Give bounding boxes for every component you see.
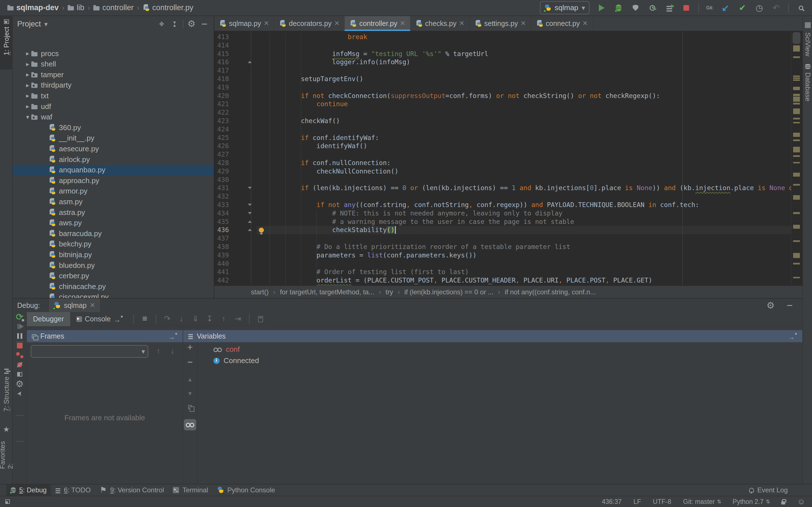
evaluate-expression-button[interactable]	[256, 314, 265, 324]
code-line[interactable]: 428if conf.nullConnection:	[214, 159, 790, 168]
code-line[interactable]: 435# a warning message to the user in ca…	[214, 218, 790, 226]
code-line[interactable]: 413break	[214, 33, 790, 42]
breadcrumb-item[interactable]: controller.py	[143, 3, 193, 12]
toolwindow-button-6-todo[interactable]: 6: TODO	[51, 485, 95, 496]
debug-settings-button[interactable]	[13, 379, 22, 389]
hide-debug-panel-button[interactable]	[785, 300, 795, 310]
toolwindow-switcher-button[interactable]	[3, 497, 12, 506]
fold-collapsed-icon[interactable]	[248, 61, 252, 63]
toolwindow-button-2-favorites[interactable]: 2: Favorites	[0, 421, 13, 472]
encoding-widget[interactable]: UTF-8	[653, 498, 671, 506]
tree-row[interactable]: ciscoacexml.py	[13, 292, 214, 298]
tree-row[interactable]: asm.py	[13, 196, 214, 207]
tree-row[interactable]: bluedon.py	[13, 260, 214, 271]
tree-row[interactable]: bitninja.py	[13, 249, 214, 260]
tree-row[interactable]: aesecure.py	[13, 144, 214, 154]
close-icon[interactable]	[335, 19, 340, 27]
stop-button[interactable]	[681, 3, 691, 13]
close-icon[interactable]	[459, 19, 464, 27]
chevron-right-icon[interactable]: ▸	[24, 103, 31, 110]
code-line[interactable]: 418setupTargetEnv()	[214, 75, 790, 83]
project-view-selector[interactable]: Project	[17, 20, 41, 29]
pin-right-icon[interactable]	[788, 333, 797, 340]
breadcrumb-item[interactable]: sqlmap-dev	[7, 3, 59, 12]
tree-row[interactable]: __init__.py	[13, 133, 214, 144]
chevron-down-icon[interactable]: ▾	[24, 114, 31, 121]
frame-down-button[interactable]: ↓	[170, 346, 174, 355]
step-over-button[interactable]	[163, 314, 172, 324]
pin-button[interactable]	[13, 389, 22, 398]
editor-breadcrumb-item[interactable]: start()	[251, 288, 269, 296]
caret-icon[interactable]	[44, 20, 48, 29]
variable-row[interactable]: conf	[213, 345, 240, 354]
code-line[interactable]: 433if not any((conf.string, conf.notStri…	[214, 201, 790, 210]
code-line[interactable]: 440	[214, 260, 790, 269]
code-line[interactable]: 416logger.info(infoMsg)	[214, 58, 790, 67]
debug-session-tab[interactable]: sqlmap	[49, 298, 100, 312]
code-line[interactable]: 421continue	[214, 100, 790, 109]
code-line[interactable]: 438# Do a little prioritization reorder …	[214, 243, 790, 251]
chevron-right-icon[interactable]: ▸	[24, 71, 31, 78]
chevron-right-icon[interactable]: ▸	[24, 50, 31, 57]
toolwindow-button-7-structure[interactable]: 7: Structure	[0, 365, 13, 416]
code-line[interactable]: 423checkWaf()	[214, 117, 790, 126]
show-execution-point-button[interactable]	[140, 314, 150, 324]
fold-collapsed-icon[interactable]	[248, 221, 252, 223]
profiler-button[interactable]	[648, 3, 657, 13]
frame-up-button[interactable]: ↑	[156, 346, 160, 355]
tree-row[interactable]: ▸procs	[13, 48, 214, 59]
caret-position-widget[interactable]: 436:37	[602, 498, 621, 506]
mute-breakpoints-button[interactable]	[13, 360, 22, 370]
history-button[interactable]	[755, 3, 764, 13]
tree-row[interactable]: anquanbao.py	[13, 165, 214, 175]
rollback-button[interactable]	[771, 3, 781, 13]
tree-row[interactable]: chinacache.py	[13, 281, 214, 292]
close-icon[interactable]	[264, 19, 269, 27]
restore-layout-button[interactable]	[13, 370, 22, 379]
code-line[interactable]: 417	[214, 67, 790, 75]
project-settings-button[interactable]	[187, 19, 196, 29]
line-ending-widget[interactable]: LF	[633, 498, 641, 506]
code-line[interactable]: 427	[214, 151, 790, 159]
code-area[interactable]: 413break414415infoMsg = "testing URL '%s…	[214, 31, 802, 286]
toolwindow-button-5-debug[interactable]: 5: Debug	[6, 485, 51, 496]
hide-panel-button[interactable]	[200, 19, 209, 29]
locate-file-button[interactable]	[157, 19, 166, 29]
editor-breadcrumb-item[interactable]: if not any((conf.string, conf.n...	[505, 288, 596, 296]
tree-row[interactable]: astra.py	[13, 207, 214, 218]
chevron-right-icon[interactable]: ▸	[24, 61, 31, 68]
tree-row[interactable]: bekchy.py	[13, 239, 214, 249]
tree-row[interactable]: armor.py	[13, 186, 214, 196]
duplicate-watch-button[interactable]	[188, 405, 192, 409]
smart-step-into-button[interactable]	[205, 314, 214, 324]
code-line[interactable]: 432	[214, 193, 790, 201]
toolwindow-button-sciview[interactable]: SciView	[803, 20, 812, 56]
tree-row[interactable]: ▸thirdparty	[13, 80, 214, 91]
git-branch-widget[interactable]: Git: master⇅	[683, 498, 721, 506]
code-line[interactable]: 420if not checkConnection(suppressOutput…	[214, 92, 790, 101]
force-step-into-button[interactable]	[191, 314, 200, 324]
tree-row[interactable]: ▸shell	[13, 59, 214, 69]
code-line[interactable]: 431if (len(kb.injections) == 0 or (len(k…	[214, 184, 790, 193]
event-log-button[interactable]: Event Log	[745, 485, 792, 496]
run-configurations-button[interactable]	[665, 3, 674, 13]
show-watches-button[interactable]	[184, 419, 196, 431]
toolwindow-button-9-version-control[interactable]: 9: Version Control	[95, 485, 168, 496]
toolwindow-button-database[interactable]: Database	[803, 64, 812, 101]
fold-collapsed-icon[interactable]	[248, 229, 252, 231]
tree-row[interactable]: ▾waf	[13, 112, 214, 122]
debug-settings-gear-button[interactable]	[766, 300, 775, 310]
coverage-button[interactable]	[631, 3, 640, 13]
code-line[interactable]: 419	[214, 83, 790, 92]
close-icon[interactable]	[521, 19, 526, 27]
move-watch-up-button[interactable]	[187, 376, 193, 383]
tree-row[interactable]: ▸udf	[13, 101, 214, 112]
tree-row[interactable]: ▸txt	[13, 91, 214, 101]
debug-tab-debugger[interactable]: Debugger	[27, 312, 70, 326]
close-icon[interactable]	[400, 19, 405, 27]
add-watch-button[interactable]	[187, 343, 193, 351]
intention-bulb-icon[interactable]	[259, 227, 264, 234]
fold-expanded-icon[interactable]	[248, 187, 252, 189]
editor-tab-sqlmap-py[interactable]: sqlmap.py	[214, 16, 274, 31]
breadcrumb-item[interactable]: controller	[93, 3, 134, 12]
